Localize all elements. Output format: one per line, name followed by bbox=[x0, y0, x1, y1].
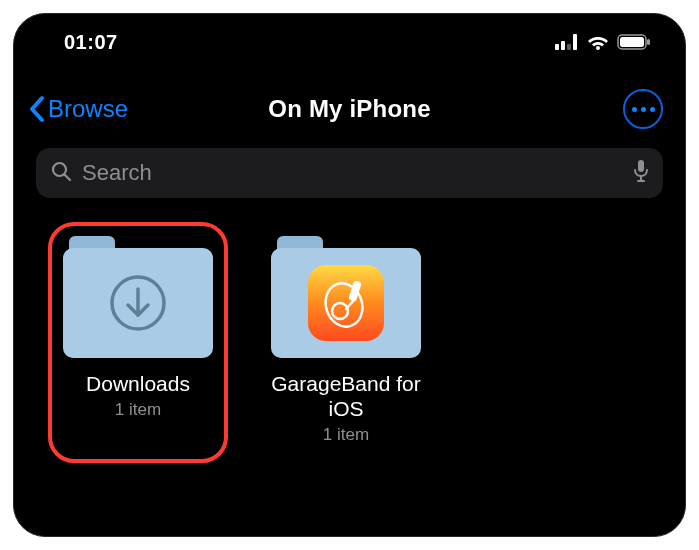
page-title: On My iPhone bbox=[268, 95, 430, 123]
folder-sublabel: 1 item bbox=[323, 425, 369, 445]
mic-icon[interactable] bbox=[633, 159, 649, 187]
svg-line-9 bbox=[65, 175, 71, 181]
search-bar[interactable] bbox=[36, 148, 663, 198]
svg-rect-10 bbox=[638, 160, 644, 172]
svg-rect-7 bbox=[647, 39, 650, 45]
svg-rect-3 bbox=[573, 34, 577, 50]
svg-rect-6 bbox=[620, 37, 644, 47]
folder-icon bbox=[63, 236, 213, 358]
search-input[interactable] bbox=[82, 160, 623, 186]
folder-grid: Downloads 1 item bbox=[14, 198, 685, 445]
status-icons bbox=[555, 34, 651, 50]
device-screen: 01:07 bbox=[13, 13, 686, 537]
battery-icon bbox=[617, 34, 651, 50]
wifi-icon bbox=[587, 34, 609, 50]
search-icon bbox=[50, 160, 72, 186]
svg-point-4 bbox=[596, 46, 600, 50]
folder-garageband[interactable]: GarageBand for iOS 1 item bbox=[260, 236, 432, 445]
back-label: Browse bbox=[48, 95, 128, 123]
folder-label: Downloads bbox=[86, 372, 190, 397]
svg-rect-2 bbox=[567, 44, 571, 50]
chevron-left-icon bbox=[28, 95, 46, 123]
folder-sublabel: 1 item bbox=[115, 400, 161, 420]
cellular-icon bbox=[555, 34, 579, 50]
folder-label: GarageBand for iOS bbox=[260, 372, 432, 422]
nav-header: Browse On My iPhone bbox=[14, 80, 685, 138]
ellipsis-icon bbox=[632, 107, 637, 112]
svg-line-18 bbox=[346, 299, 355, 309]
svg-rect-1 bbox=[561, 41, 565, 50]
status-bar: 01:07 bbox=[14, 14, 685, 60]
back-button[interactable]: Browse bbox=[28, 95, 128, 123]
status-time: 01:07 bbox=[64, 31, 118, 54]
more-button[interactable] bbox=[623, 89, 663, 129]
svg-point-16 bbox=[332, 303, 348, 319]
garageband-icon bbox=[308, 265, 384, 341]
folder-icon bbox=[271, 236, 421, 358]
folder-downloads[interactable]: Downloads 1 item bbox=[52, 226, 224, 459]
svg-rect-0 bbox=[555, 44, 559, 50]
